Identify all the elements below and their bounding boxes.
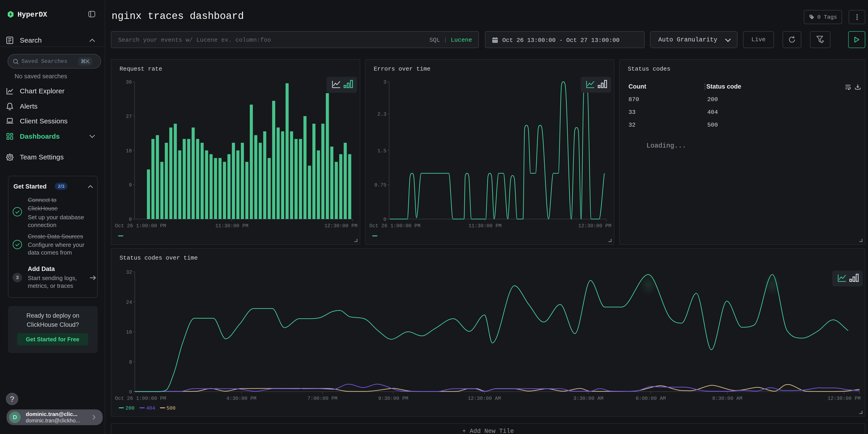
svg-text:500: 500 xyxy=(166,406,176,411)
svg-text:Oct 26 1:00:00 PM: Oct 26 1:00:00 PM xyxy=(115,396,166,401)
svg-text:0: 0 xyxy=(129,217,132,222)
svg-text:1.5: 1.5 xyxy=(377,148,386,154)
svg-text:6:00:00 AM: 6:00:00 AM xyxy=(636,396,666,401)
svg-text:18: 18 xyxy=(126,148,132,154)
svg-text:200: 200 xyxy=(125,406,134,411)
svg-text:Oct 26 1:00:00 PM: Oct 26 1:00:00 PM xyxy=(115,223,166,229)
svg-text:2.3: 2.3 xyxy=(377,112,386,117)
svg-text:36: 36 xyxy=(126,80,132,85)
svg-text:0: 0 xyxy=(383,217,386,222)
svg-text:404: 404 xyxy=(146,406,155,411)
svg-text:3: 3 xyxy=(383,80,386,85)
svg-text:32: 32 xyxy=(126,270,132,275)
svg-text:12:30:00 AM: 12:30:00 AM xyxy=(468,396,501,401)
svg-text:9:30:00 PM: 9:30:00 PM xyxy=(378,396,408,401)
svg-text:11:30:00 PM: 11:30:00 PM xyxy=(215,223,248,229)
svg-text:11:30:00 PM: 11:30:00 PM xyxy=(468,223,501,229)
svg-text:9: 9 xyxy=(129,182,132,188)
svg-text:3:30:00 AM: 3:30:00 AM xyxy=(574,396,603,401)
svg-text:Oct 26 1:00:00 PM: Oct 26 1:00:00 PM xyxy=(369,223,420,229)
svg-text:8:30:00 AM: 8:30:00 AM xyxy=(712,396,742,401)
svg-text:0.75: 0.75 xyxy=(374,182,386,188)
svg-text:4:30:00 PM: 4:30:00 PM xyxy=(226,396,256,401)
svg-text:16: 16 xyxy=(126,330,132,335)
svg-text:12:30:00 PM: 12:30:00 PM xyxy=(324,223,357,229)
svg-text:7:00:00 PM: 7:00:00 PM xyxy=(307,396,337,401)
svg-text:12:30:00 PM: 12:30:00 PM xyxy=(578,223,611,229)
svg-text:12:30:00 PM: 12:30:00 PM xyxy=(828,396,861,401)
svg-text:8: 8 xyxy=(129,360,132,365)
svg-text:0: 0 xyxy=(129,390,132,395)
svg-text:27: 27 xyxy=(126,114,132,120)
svg-text:24: 24 xyxy=(126,300,132,305)
